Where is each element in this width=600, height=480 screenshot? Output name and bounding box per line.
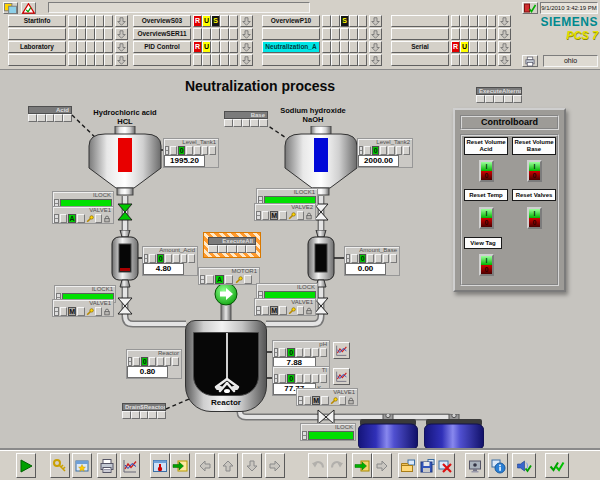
group-display-base[interactable]: Base	[224, 111, 268, 127]
valve-base-top-symbol[interactable]	[314, 204, 328, 220]
nav-button-neutralization-a[interactable]: Neutralization_A	[262, 41, 320, 53]
switch-off-position: 0	[529, 171, 540, 180]
nav-dropdown-arrow[interactable]	[240, 15, 253, 27]
faceplate-cells: 0	[164, 146, 218, 155]
reset-valves-button[interactable]: Reset Valves	[512, 189, 556, 201]
delete-picture-button[interactable]	[435, 453, 455, 478]
reset-volume-acid-switch[interactable]: I0	[479, 160, 494, 182]
nav-dropdown-arrow[interactable]	[369, 28, 382, 40]
faceplate-tag-label: ILOCK	[53, 192, 113, 199]
nav-right-button[interactable]	[265, 453, 285, 478]
nav-button-empty-3-1[interactable]	[133, 54, 191, 66]
nav-button-pid-control[interactable]: PID Control	[133, 41, 191, 53]
nav-dropdown-arrow[interactable]	[498, 28, 511, 40]
nav-dropdown-arrow[interactable]	[115, 54, 128, 66]
nav-dropdown-arrow[interactable]	[498, 54, 511, 66]
view-tag-switch[interactable]: I0	[479, 254, 494, 276]
redo-button[interactable]	[327, 453, 347, 478]
picture-forward-button[interactable]	[170, 453, 190, 478]
nav-dropdown-arrow[interactable]	[115, 15, 128, 27]
open-picture-button[interactable]	[398, 453, 418, 478]
jump-in-button[interactable]	[352, 453, 372, 478]
jump-forward-button[interactable]	[372, 453, 392, 478]
nav-status-cell	[331, 54, 340, 66]
undo-button[interactable]	[308, 453, 328, 478]
nav-button-overviewser11[interactable]: OverviewSER11	[133, 28, 191, 40]
reset-volume-acid-button[interactable]: Reset Volume Acid	[464, 137, 508, 155]
run-button[interactable]	[16, 453, 36, 478]
trend-button[interactable]	[120, 453, 140, 478]
valve-outlet-symbol[interactable]	[318, 410, 334, 424]
reset-volume-base-switch[interactable]: I0	[527, 160, 542, 182]
nav-button-overviews03[interactable]: OverviewS03	[133, 15, 191, 27]
faceplate-valve1-base[interactable]: VALVE1M	[254, 298, 316, 316]
nav-status-cell	[451, 15, 460, 27]
nav-button-empty-3-3[interactable]	[391, 54, 449, 66]
group-display-acid[interactable]: Acid	[28, 106, 72, 122]
faceplate-ilock-outlet[interactable]: ILOCK	[300, 423, 356, 441]
reset-temp-button[interactable]: Reset Temp	[464, 189, 508, 201]
nav-dropdown-arrow[interactable]	[115, 41, 128, 53]
faceplate-valve1-outlet[interactable]: VALVE1M	[296, 388, 358, 406]
nav-button-empty-0-3[interactable]	[391, 15, 449, 27]
reset-volume-base-button[interactable]: Reset Volume Base	[512, 137, 556, 155]
group-display-execute-all[interactable]: ExecuteAll	[203, 232, 261, 258]
faceplate-amount-base[interactable]: Amount_Base00.00	[344, 246, 400, 276]
nav-button-overviewp10[interactable]: OverviewP10	[262, 15, 320, 27]
group-display-drain-reactor[interactable]: Drain$Reactor	[122, 403, 166, 419]
nav-button-empty-3-0[interactable]	[8, 54, 66, 66]
ti-trend-button[interactable]	[333, 368, 350, 385]
alarm-warning-icon[interactable]	[21, 2, 36, 14]
view-tag-button[interactable]: View Tag	[464, 237, 502, 249]
nav-dropdown-arrow[interactable]	[498, 41, 511, 53]
reset-valves-switch[interactable]: I0	[527, 207, 542, 229]
monitor-button[interactable]	[465, 453, 485, 478]
print-button[interactable]	[97, 453, 117, 478]
faceplate-motor1[interactable]: MOTOR1A	[198, 267, 260, 285]
nav-button-laboratory[interactable]: Laboratory	[8, 41, 66, 53]
window-icon[interactable]	[3, 2, 18, 14]
faceplate-cell	[279, 306, 286, 315]
nav-status-cell	[202, 54, 211, 66]
nav-dropdown-arrow[interactable]	[369, 54, 382, 66]
nav-button-empty-1-0[interactable]	[8, 28, 66, 40]
area-button[interactable]: ohio	[543, 55, 598, 67]
group-display-execute-alternativ[interactable]: ExecuteAlternativ	[476, 87, 522, 103]
nav-button-serial[interactable]: Serial	[391, 41, 449, 53]
faceplate-level-tank1[interactable]: Level_Tank101995.20	[163, 138, 219, 168]
nav-dropdown-arrow[interactable]	[369, 41, 382, 53]
valve-acid-bottom-symbol[interactable]	[118, 298, 132, 314]
nav-button-empty-1-2[interactable]	[262, 28, 320, 40]
acknowledge-horn-button[interactable]	[512, 453, 536, 478]
faceplate-amount-acid[interactable]: Amount_Acid04.80	[142, 246, 198, 276]
info-button[interactable]	[488, 453, 508, 478]
picture-star-button[interactable]	[72, 453, 92, 478]
nav-dropdown-arrow[interactable]	[240, 41, 253, 53]
nav-button-empty-1-3[interactable]	[391, 28, 449, 40]
valve-acid-top-symbol[interactable]	[118, 204, 132, 220]
nav-left-button[interactable]	[195, 453, 215, 478]
nav-down-button[interactable]	[242, 453, 262, 478]
faceplate-reactor-level[interactable]: Reactor00.80	[126, 349, 182, 379]
nav-up-button[interactable]	[218, 453, 238, 478]
print-button[interactable]	[522, 55, 538, 67]
temperature-button[interactable]	[150, 453, 170, 478]
faceplate-valve1-acid-bottom[interactable]: VALVE1M	[52, 299, 114, 317]
nav-dropdown-arrow[interactable]	[240, 54, 253, 66]
nav-button-startinfo[interactable]: StartInfo	[8, 15, 66, 27]
faceplate-valve1-acid-top[interactable]: VALVE1A	[52, 206, 114, 224]
nav-dropdown-arrow[interactable]	[240, 28, 253, 40]
faceplate-level-tank2[interactable]: Level_Tank202000.00	[357, 138, 413, 168]
save-picture-button[interactable]	[417, 453, 437, 478]
acknowledge-alarm-button[interactable]	[522, 2, 538, 14]
acknowledge-all-button[interactable]	[545, 453, 569, 478]
faceplate-valve2-base[interactable]: VALVE2M	[254, 203, 316, 221]
nav-dropdown-arrow[interactable]	[115, 28, 128, 40]
key-button[interactable]	[50, 453, 70, 478]
nav-dropdown-arrow[interactable]	[498, 15, 511, 27]
ph-trend-button[interactable]	[333, 342, 350, 359]
faceplate-cell	[279, 211, 286, 220]
reset-temp-switch[interactable]: I0	[479, 207, 494, 229]
nav-button-empty-3-2[interactable]	[262, 54, 320, 66]
nav-dropdown-arrow[interactable]	[369, 15, 382, 27]
